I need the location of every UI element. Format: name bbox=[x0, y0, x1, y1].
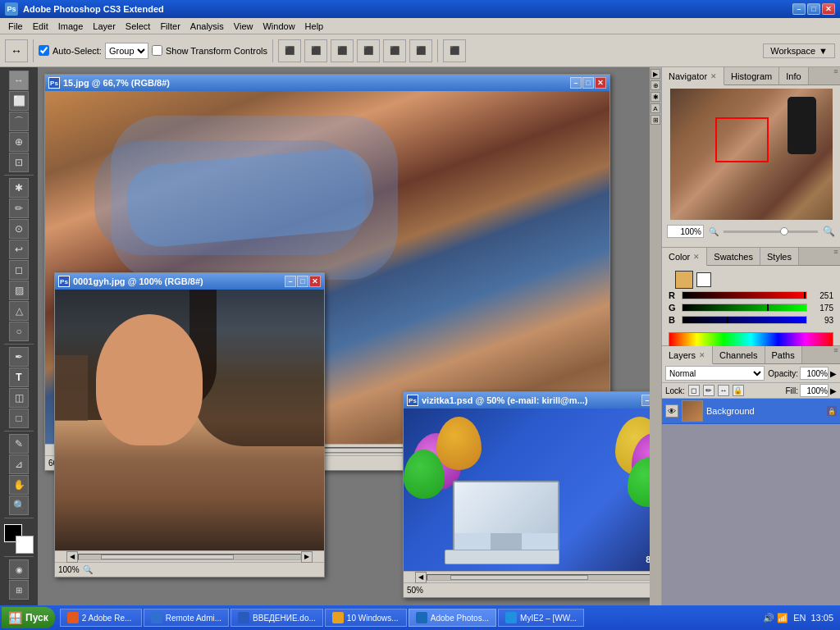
close-color-icon[interactable]: ✕ bbox=[693, 253, 700, 261]
align-bottom-button[interactable]: ⬛ bbox=[409, 39, 432, 62]
lasso-tool[interactable]: ⌒ bbox=[9, 112, 29, 131]
background-color[interactable] bbox=[16, 536, 34, 554]
layer-row-background[interactable]: 👁 Background 🔒 bbox=[662, 399, 840, 424]
tab-info[interactable]: Info bbox=[779, 67, 808, 84]
taskbar-item-1[interactable]: Remote Admi... bbox=[144, 609, 229, 627]
blue-slider[interactable] bbox=[682, 316, 807, 324]
scroll-right-2[interactable]: ▶ bbox=[301, 551, 313, 563]
quick-select-tool[interactable]: ⊕ bbox=[9, 132, 29, 152]
scroll-left-2[interactable]: ◀ bbox=[66, 551, 78, 563]
lock-paint-icon[interactable]: ✏ bbox=[703, 385, 714, 396]
align-right-button[interactable]: ⬛ bbox=[331, 39, 354, 62]
tab-color[interactable]: Color ✕ bbox=[662, 248, 707, 266]
align-middle-v-button[interactable]: ⬛ bbox=[383, 39, 406, 62]
quick-mask-btn[interactable]: ◉ bbox=[9, 559, 29, 579]
doc-scrollbar-second[interactable]: ◀ ▶ bbox=[55, 550, 324, 562]
opacity-input[interactable] bbox=[800, 367, 829, 380]
menu-image[interactable]: Image bbox=[53, 21, 89, 32]
zoom-slider[interactable] bbox=[724, 231, 818, 233]
blend-mode-select[interactable]: Normal Multiply Screen bbox=[665, 366, 765, 381]
menu-analysis[interactable]: Analysis bbox=[185, 21, 229, 32]
doc-close[interactable]: ✕ bbox=[595, 77, 606, 89]
close-layers-icon[interactable]: ✕ bbox=[699, 351, 705, 359]
lock-move-icon[interactable]: ↔ bbox=[718, 385, 729, 396]
shape-tool[interactable]: □ bbox=[9, 409, 29, 428]
scroll-thumb-2[interactable] bbox=[101, 555, 234, 559]
taskbar-item-3[interactable]: 10 Windows... bbox=[325, 609, 407, 627]
gradient-tool[interactable]: ▨ bbox=[9, 281, 29, 300]
scroll-track-2[interactable] bbox=[78, 554, 301, 560]
document-window-second[interactable]: Ps 0001gyh.jpg @ 100% (RGB/8#) – □ ✕ bbox=[54, 272, 325, 578]
menu-filter[interactable]: Filter bbox=[155, 21, 185, 32]
green-slider[interactable] bbox=[682, 304, 807, 312]
tab-swatches[interactable]: Swatches bbox=[707, 248, 760, 265]
lock-transparent-icon[interactable]: ◻ bbox=[688, 385, 700, 396]
red-slider[interactable] bbox=[682, 291, 807, 299]
align-top-button[interactable]: ⬛ bbox=[357, 39, 380, 62]
menu-file[interactable]: File bbox=[3, 21, 28, 32]
pen-tool[interactable]: ✒ bbox=[9, 347, 29, 367]
vert-btn-2[interactable]: ⊕ bbox=[651, 80, 660, 90]
taskbar-item-4[interactable]: Adobe Photos... bbox=[409, 609, 496, 627]
eraser-tool[interactable]: ◻ bbox=[9, 260, 29, 280]
dodge-tool[interactable]: ○ bbox=[9, 322, 29, 341]
zoom-tool[interactable]: 🔍 bbox=[9, 495, 29, 515]
taskbar-item-0[interactable]: 2 Adobe Re... bbox=[60, 609, 142, 627]
selection-tool[interactable]: ◫ bbox=[9, 388, 29, 408]
crop-tool[interactable]: ⊡ bbox=[9, 153, 29, 172]
close-button[interactable]: ✕ bbox=[822, 3, 835, 15]
brush-tool[interactable]: ✏ bbox=[9, 199, 29, 218]
menu-view[interactable]: View bbox=[229, 21, 258, 32]
doc-maximize-2[interactable]: □ bbox=[297, 276, 308, 287]
doc-scrollbar-third[interactable]: ◀ ▶ bbox=[404, 571, 650, 582]
tab-styles[interactable]: Styles bbox=[760, 248, 799, 265]
tab-paths[interactable]: Paths bbox=[765, 346, 802, 363]
auto-select-checkbox[interactable] bbox=[39, 45, 49, 56]
vert-btn-3[interactable]: ✱ bbox=[651, 92, 660, 102]
menu-edit[interactable]: Edit bbox=[28, 21, 53, 32]
doc-maximize[interactable]: □ bbox=[582, 77, 594, 89]
document-window-third[interactable]: Ps vizitka1.psd @ 50% (e-mail: kirill@m.… bbox=[403, 391, 650, 598]
lock-all-icon[interactable]: 🔒 bbox=[733, 385, 744, 396]
bg-color-preview[interactable] bbox=[696, 272, 711, 287]
healing-brush-tool[interactable]: ✱ bbox=[9, 178, 29, 198]
zoom-input[interactable] bbox=[667, 225, 704, 238]
distribute-button[interactable]: ⬛ bbox=[443, 39, 466, 62]
tab-layers[interactable]: Layers ✕ bbox=[662, 346, 713, 364]
fill-input[interactable] bbox=[800, 384, 829, 397]
taskbar-item-5[interactable]: МуIE2 – [WW... bbox=[498, 609, 584, 627]
text-tool[interactable]: T bbox=[9, 368, 29, 387]
menu-window[interactable]: Window bbox=[258, 21, 299, 32]
doc-close-2[interactable]: ✕ bbox=[309, 276, 321, 287]
scroll-left-3[interactable]: ◀ bbox=[415, 572, 427, 583]
maximize-button[interactable]: □ bbox=[807, 3, 820, 15]
layers-panel-menu[interactable]: ≡ bbox=[832, 346, 840, 354]
color-panel-menu[interactable]: ≡ bbox=[832, 248, 840, 256]
scroll-track-3[interactable] bbox=[427, 574, 650, 581]
move-tool[interactable]: ↔ bbox=[9, 71, 29, 90]
vert-btn-1[interactable]: ▶ bbox=[651, 69, 660, 79]
tab-channels[interactable]: Channels bbox=[713, 346, 765, 363]
navigator-panel-menu[interactable]: ≡ bbox=[832, 67, 840, 75]
align-center-h-button[interactable]: ⬛ bbox=[304, 39, 327, 62]
screen-mode-btn[interactable]: ⊞ bbox=[9, 580, 29, 600]
history-brush-tool[interactable]: ↩ bbox=[9, 240, 29, 259]
close-navigator-icon[interactable]: ✕ bbox=[710, 72, 717, 80]
tab-navigator[interactable]: Navigator ✕ bbox=[662, 67, 724, 85]
doc-minimize-2[interactable]: – bbox=[285, 276, 296, 287]
hand-tool[interactable]: ✋ bbox=[9, 475, 29, 495]
fg-color-preview[interactable] bbox=[675, 271, 693, 289]
menu-select[interactable]: Select bbox=[121, 21, 156, 32]
menu-help[interactable]: Help bbox=[300, 21, 329, 32]
vert-btn-5[interactable]: ⊞ bbox=[651, 115, 660, 125]
marquee-tool[interactable]: ⬜ bbox=[9, 91, 29, 111]
group-select[interactable]: Group Layer bbox=[105, 43, 148, 59]
eyedropper-tool[interactable]: ⊿ bbox=[9, 454, 29, 474]
blur-tool[interactable]: △ bbox=[9, 301, 29, 321]
start-button[interactable]: 🪟 Пуск bbox=[2, 607, 55, 628]
show-transform-checkbox[interactable] bbox=[152, 45, 162, 56]
layer-visibility-icon[interactable]: 👁 bbox=[665, 404, 678, 418]
doc-minimize[interactable]: – bbox=[570, 77, 582, 89]
tab-histogram[interactable]: Histogram bbox=[724, 67, 779, 84]
taskbar-item-2[interactable]: ВВЕДЕНИЕ.do... bbox=[231, 609, 323, 627]
